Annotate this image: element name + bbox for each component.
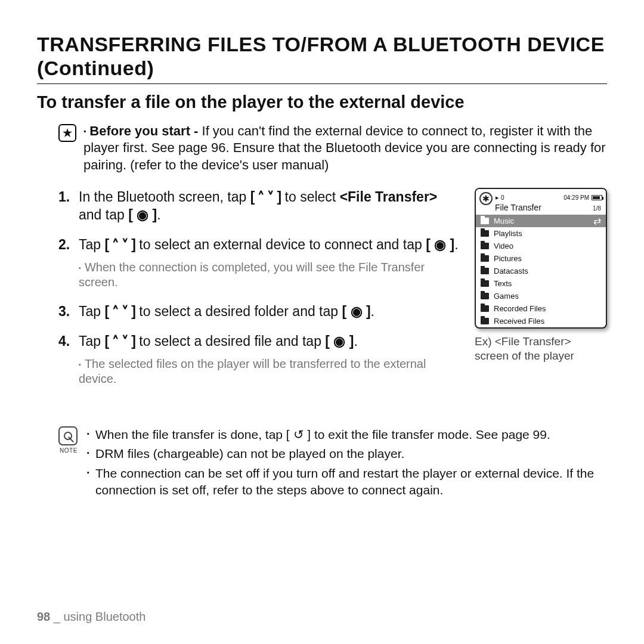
step-3: Tap [ ˄ ˅ ] to select a desired folder a…: [58, 302, 459, 320]
step-1: In the Bluetooth screen, tap [ ˄ ˅ ] to …: [58, 188, 459, 224]
list-item-label: Video: [494, 242, 513, 250]
folder-icon: [481, 305, 489, 312]
tip-text: ▪Before you start - If you can't find th…: [83, 123, 607, 173]
folder-icon: [481, 293, 489, 299]
list-item: Video: [476, 240, 606, 252]
step-4-note: ▪The selected files on the player will b…: [79, 357, 459, 387]
folder-icon: [481, 243, 489, 249]
star-icon: ★: [58, 124, 76, 142]
note-3: The connection can be set off if you tur…: [87, 465, 607, 499]
step-4: Tap [ ˄ ˅ ] to select a desired file and…: [58, 332, 459, 387]
battery-icon: [592, 195, 602, 200]
note-icon: [58, 426, 78, 445]
folder-icon: [481, 280, 489, 287]
list-item: Received Files: [476, 315, 606, 327]
list-item: Pictures: [476, 252, 606, 265]
list-item: Texts: [476, 277, 606, 290]
list-item: Datacasts: [476, 265, 606, 277]
folder-icon: [481, 230, 489, 237]
step-2: Tap [ ˄ ˅ ] to select an external device…: [58, 236, 459, 290]
list-item: Playlists: [476, 227, 606, 240]
screen-count: 1/8: [593, 205, 601, 212]
note-1: When the file transfer is done, tap [ ↺ …: [87, 426, 607, 443]
list-item: Recorded Files: [476, 302, 606, 315]
folder-icon: [481, 318, 489, 324]
list-item-label: Recorded Files: [494, 304, 546, 313]
list-item-label: Texts: [494, 279, 512, 288]
footer-section: using Bluetooth: [64, 610, 146, 623]
note-block: NOTE When the file transfer is done, tap…: [37, 426, 607, 501]
folder-icon: [481, 218, 489, 224]
list-item-label: Games: [494, 292, 519, 301]
note-2: DRM files (chargeable) can not be played…: [87, 445, 607, 462]
list-item-label: Playlists: [494, 229, 522, 238]
section-title: To transfer a file on the player to the …: [37, 92, 607, 112]
list-item: Music⇄: [476, 215, 606, 227]
list-item-label: Music: [494, 216, 514, 225]
status-bar: ▶ 0: [496, 194, 504, 201]
screen-title: File Transfer: [495, 203, 541, 212]
folder-icon: [481, 268, 489, 274]
list-item: Games: [476, 290, 606, 302]
play-icon: ▶: [496, 196, 499, 200]
list-item-label: Datacasts: [494, 267, 528, 275]
device-caption: Ex) <File Transfer> screen of the player: [475, 335, 607, 364]
status-counter: 0: [501, 194, 504, 201]
list-item-label: Pictures: [494, 254, 522, 263]
page-footer: 98 _ using Bluetooth: [37, 610, 145, 624]
note-label: NOTE: [58, 447, 79, 454]
device-screenshot: ✱ ▶ 0 04:29 PM File Transfer 1/8 Music⇄P…: [475, 188, 607, 329]
device-list: Music⇄PlaylistsVideoPicturesDatacastsTex…: [476, 215, 606, 327]
transfer-icon: ⇄: [593, 215, 601, 227]
steps-list: In the Bluetooth screen, tap [ ˄ ˅ ] to …: [37, 188, 459, 387]
before-you-start: ★ ▪Before you start - If you can't find …: [37, 123, 607, 173]
step-2-note: ▪When the connection is completed, you w…: [79, 260, 459, 290]
status-time: 04:29 PM: [564, 194, 589, 201]
folder-icon: [481, 255, 489, 262]
bluetooth-icon: ✱: [479, 192, 493, 205]
page-number: 98: [37, 610, 50, 623]
page-title: TRANSFERRING FILES TO/FROM A BLUETOOTH D…: [37, 32, 607, 84]
list-item-label: Received Files: [494, 317, 544, 326]
